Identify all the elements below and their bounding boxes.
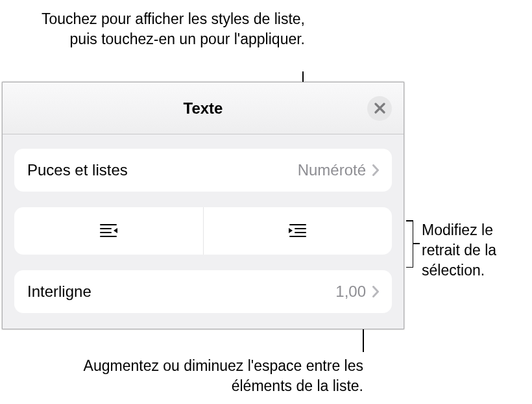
increase-indent-button[interactable] xyxy=(203,207,393,255)
decrease-indent-icon xyxy=(98,223,119,240)
panel-body: Puces et listes Numéroté xyxy=(3,134,404,313)
line-spacing-row[interactable]: Interligne 1,00 xyxy=(14,270,392,313)
increase-indent-icon xyxy=(287,223,308,240)
chevron-right-icon xyxy=(372,286,379,297)
callout-list-styles: Touchez pour afficher les styles de list… xyxy=(39,9,305,49)
callout-spacing: Augmentez ou diminuez l'espace entre les… xyxy=(75,356,363,396)
bullets-and-lists-row[interactable]: Puces et listes Numéroté xyxy=(14,149,392,192)
close-icon xyxy=(374,103,385,114)
panel-header: Texte xyxy=(3,82,404,134)
callout-indent: Modifiez le retrait de la sélection. xyxy=(422,220,526,281)
text-format-panel: Texte Puces et listes Numéroté xyxy=(2,82,404,329)
decrease-indent-button[interactable] xyxy=(14,207,203,255)
callout-bracket xyxy=(406,220,415,268)
bullets-label: Puces et listes xyxy=(27,161,298,179)
bullets-value: Numéroté xyxy=(298,161,366,179)
line-spacing-label: Interligne xyxy=(27,283,335,301)
close-button[interactable] xyxy=(367,96,392,121)
panel-title: Texte xyxy=(184,99,223,118)
indent-controls xyxy=(14,207,392,255)
chevron-right-icon xyxy=(372,164,379,176)
line-spacing-value: 1,00 xyxy=(335,283,366,301)
